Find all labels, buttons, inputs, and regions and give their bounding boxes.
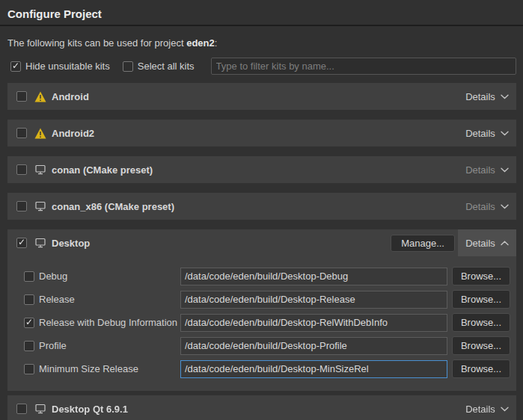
details-label: Details xyxy=(465,201,495,212)
kit-name: conan (CMake preset) xyxy=(52,164,153,176)
select-all-group: Select all kits xyxy=(123,61,195,72)
build-dir-input[interactable] xyxy=(180,360,447,378)
kit-header: conan_x86 (CMake preset) Details xyxy=(7,193,516,220)
kit-checkbox[interactable] xyxy=(16,238,27,248)
kit-checkbox[interactable] xyxy=(16,404,27,414)
chevron-down-icon xyxy=(501,94,509,99)
details-label: Details xyxy=(465,404,495,415)
kit-checkbox[interactable] xyxy=(16,201,27,211)
details-toggle[interactable]: Details xyxy=(458,229,516,256)
build-dir-input[interactable] xyxy=(180,291,447,309)
subtitle-prefix: The following kits can be used for proje… xyxy=(7,37,186,49)
kit-header: Desktop Manage... Details xyxy=(7,229,516,256)
page-header: Configure Project xyxy=(0,0,523,26)
subtitle-suffix: : xyxy=(215,37,218,49)
desktop-icon xyxy=(34,200,46,212)
chevron-down-icon xyxy=(501,131,509,136)
kit-name: Android2 xyxy=(52,128,94,139)
desktop-icon xyxy=(34,237,46,249)
build-config-row: Release Browse... xyxy=(24,290,510,309)
details-toggle[interactable]: Details xyxy=(458,156,516,183)
kit-name: conan_x86 (CMake preset) xyxy=(52,201,174,212)
build-config-list: Debug Browse... Release Browse... Releas… xyxy=(7,267,516,378)
config-checkbox[interactable] xyxy=(24,341,34,351)
kit-header: Android Details xyxy=(7,83,516,110)
chevron-down-icon xyxy=(501,167,509,173)
details-label: Details xyxy=(465,164,495,176)
build-config-row: Debug Browse... xyxy=(24,267,510,285)
hide-unsuitable-group: Hide unsuitable kits xyxy=(10,61,110,72)
kit-filter-controls: Hide unsuitable kits Select all kits xyxy=(10,58,516,75)
config-label: Release xyxy=(39,294,180,305)
details-toggle[interactable]: Details xyxy=(458,395,516,420)
details-label: Details xyxy=(465,128,495,139)
kit-row: Android2 Details xyxy=(7,120,516,146)
build-dir-input[interactable] xyxy=(180,337,447,355)
kit-filter-input[interactable] xyxy=(211,58,516,75)
chevron-down-icon xyxy=(501,407,509,412)
browse-button[interactable]: Browse... xyxy=(452,290,510,309)
kit-checkbox[interactable] xyxy=(16,128,27,138)
config-checkbox[interactable] xyxy=(24,294,34,305)
kit-row: Desktop Manage... Details Debug Browse..… xyxy=(7,229,516,391)
kit-name: Desktop xyxy=(52,238,90,249)
warning-icon xyxy=(34,90,46,102)
kit-row: Android Details xyxy=(7,83,516,110)
config-checkbox[interactable] xyxy=(24,364,34,374)
browse-button[interactable]: Browse... xyxy=(452,359,510,378)
kits-subtitle: The following kits can be used for proje… xyxy=(7,37,516,49)
build-config-row: Profile Browse... xyxy=(24,336,510,355)
config-label: Release with Debug Information xyxy=(39,317,180,328)
hide-unsuitable-checkbox[interactable] xyxy=(10,61,21,72)
chevron-up-icon xyxy=(501,241,509,246)
details-toggle[interactable]: Details xyxy=(458,193,516,220)
config-checkbox[interactable] xyxy=(24,271,34,282)
kit-row: Desktop Qt 6.9.1 Details xyxy=(7,395,516,420)
config-label: Debug xyxy=(39,271,180,282)
details-label: Details xyxy=(465,238,495,249)
config-label: Profile xyxy=(39,340,180,351)
warning-icon xyxy=(34,127,46,139)
kit-row: conan_x86 (CMake preset) Details xyxy=(7,193,516,220)
kit-header: Android2 Details xyxy=(7,120,516,146)
project-name: eden2 xyxy=(186,37,215,49)
details-toggle[interactable]: Details xyxy=(458,120,516,146)
build-config-row: Release with Debug Information Browse... xyxy=(24,313,510,332)
browse-button[interactable]: Browse... xyxy=(452,313,510,332)
build-dir-input[interactable] xyxy=(180,314,447,332)
browse-button[interactable]: Browse... xyxy=(452,267,510,285)
select-all-checkbox[interactable] xyxy=(123,61,133,72)
details-label: Details xyxy=(465,91,495,102)
kit-name: Desktop Qt 6.9.1 xyxy=(52,404,128,415)
build-dir-input[interactable] xyxy=(180,268,447,285)
config-label: Minimum Size Release xyxy=(39,363,180,374)
desktop-icon xyxy=(34,403,46,415)
hide-unsuitable-label: Hide unsuitable kits xyxy=(25,61,110,72)
desktop-icon xyxy=(34,164,46,176)
config-checkbox[interactable] xyxy=(24,318,34,328)
kit-row: conan (CMake preset) Details xyxy=(7,156,516,183)
details-toggle[interactable]: Details xyxy=(458,83,516,110)
browse-button[interactable]: Browse... xyxy=(452,336,510,355)
page-title: Configure Project xyxy=(7,7,516,20)
kit-list: Android Details Android2 Details c xyxy=(7,83,516,420)
kit-name: Android xyxy=(52,91,89,102)
kit-header: Desktop Qt 6.9.1 Details xyxy=(7,395,516,420)
kit-checkbox[interactable] xyxy=(16,91,27,102)
kit-header: conan (CMake preset) Details xyxy=(7,156,516,183)
chevron-down-icon xyxy=(501,204,509,209)
select-all-label: Select all kits xyxy=(138,61,195,72)
build-config-row: Minimum Size Release Browse... xyxy=(24,359,510,378)
manage-button[interactable]: Manage... xyxy=(391,235,455,252)
kit-checkbox[interactable] xyxy=(16,164,27,175)
